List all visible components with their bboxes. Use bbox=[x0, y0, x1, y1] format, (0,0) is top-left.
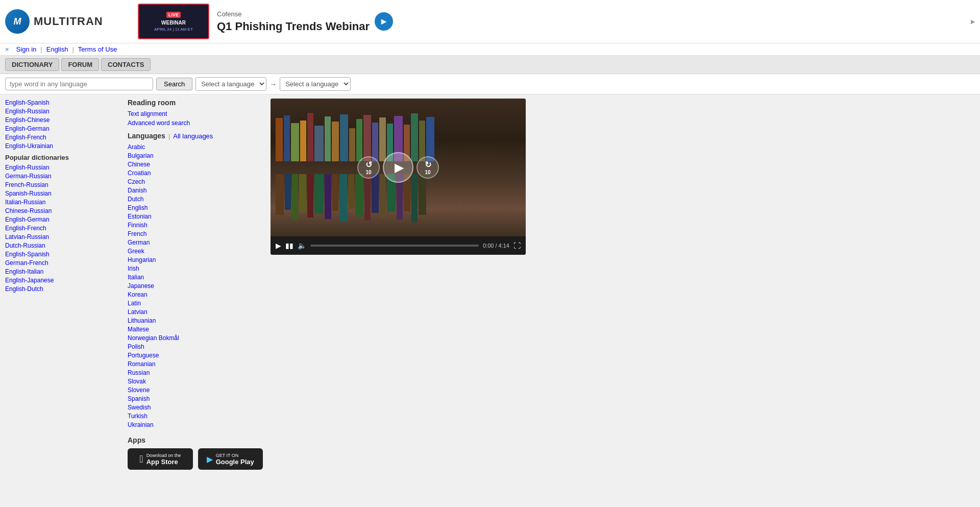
language-link[interactable]: Japanese bbox=[128, 282, 154, 289]
language-link[interactable]: Irish bbox=[128, 265, 139, 272]
language-link[interactable]: Korean bbox=[128, 291, 148, 298]
quick-link[interactable]: English-German bbox=[5, 125, 50, 132]
play-button[interactable] bbox=[383, 152, 413, 183]
popular-dict-link[interactable]: English-Spanish bbox=[5, 251, 50, 258]
popular-dict-link[interactable]: English-Japanese bbox=[5, 277, 54, 284]
popular-dict-link[interactable]: English-Russian bbox=[5, 164, 50, 171]
search-button[interactable]: Search bbox=[156, 78, 192, 90]
list-item: Korean bbox=[128, 291, 263, 298]
language-link[interactable]: Swedish bbox=[128, 404, 151, 411]
language-link[interactable]: Russian bbox=[128, 369, 150, 376]
list-item: Romanian bbox=[128, 360, 263, 368]
skip-forward-button[interactable]: ↻ 10 bbox=[416, 156, 439, 179]
language-link[interactable]: Ukrainian bbox=[128, 421, 154, 428]
close-icon[interactable]: × bbox=[5, 45, 9, 53]
english-link[interactable]: English bbox=[46, 45, 68, 53]
popular-dict-link[interactable]: English-French bbox=[5, 225, 46, 232]
language-link[interactable]: Dutch bbox=[128, 196, 143, 203]
language-link[interactable]: Arabic bbox=[128, 143, 145, 151]
language-link[interactable]: Czech bbox=[128, 178, 145, 185]
language-link[interactable]: Italian bbox=[128, 274, 144, 281]
language-link[interactable]: Estonian bbox=[128, 213, 152, 220]
language-link[interactable]: Slovene bbox=[128, 387, 150, 394]
time-display: 0:00 / 4:14 bbox=[483, 243, 509, 249]
popular-dict-link[interactable]: German-French bbox=[5, 259, 48, 267]
book-decoration bbox=[314, 126, 324, 161]
book-decoration bbox=[276, 174, 284, 215]
language-link[interactable]: Turkish bbox=[128, 413, 148, 420]
terms-link[interactable]: Terms of Use bbox=[78, 45, 117, 53]
list-item: Italian bbox=[128, 273, 263, 281]
progress-bar[interactable] bbox=[310, 245, 479, 247]
language-link[interactable]: Latvian bbox=[128, 308, 148, 316]
list-item: German-French bbox=[5, 259, 122, 267]
language-link[interactable]: Polish bbox=[128, 343, 144, 350]
language-link[interactable]: English bbox=[128, 204, 148, 211]
forum-button[interactable]: FORUM bbox=[61, 58, 99, 71]
list-item: French-Russian bbox=[5, 181, 122, 188]
language-link[interactable]: Romanian bbox=[128, 360, 156, 368]
list-item: Dutch bbox=[128, 195, 263, 203]
target-language-select[interactable]: Select a language bbox=[280, 77, 351, 91]
ad-title: Q1 Phishing Trends Webinar bbox=[217, 20, 370, 33]
language-link[interactable]: Lithuanian bbox=[128, 317, 156, 324]
language-link[interactable]: Slovak bbox=[128, 378, 146, 385]
popular-dicts-section: Popular dictionaries English-RussianGerm… bbox=[5, 154, 122, 293]
list-item: Greek bbox=[128, 247, 263, 255]
language-link[interactable]: French bbox=[128, 230, 146, 237]
book-decoration bbox=[339, 174, 347, 221]
list-item: Czech bbox=[128, 178, 263, 185]
contacts-button[interactable]: CONTACTS bbox=[101, 58, 151, 71]
quick-link[interactable]: English-Spanish bbox=[5, 99, 50, 106]
language-link[interactable]: German bbox=[128, 239, 150, 246]
ad-arrow-button[interactable]: ► bbox=[375, 12, 393, 31]
book-decoration bbox=[314, 174, 324, 214]
mute-button[interactable]: 🔈 bbox=[298, 242, 306, 250]
language-link[interactable]: Finnish bbox=[128, 222, 148, 229]
language-link[interactable]: Spanish bbox=[128, 395, 150, 402]
search-input[interactable] bbox=[5, 78, 153, 90]
book-decoration bbox=[300, 120, 306, 161]
reading-room-link[interactable]: Advanced word search bbox=[128, 119, 190, 127]
language-link[interactable]: Norwegian Bokmål bbox=[128, 334, 179, 342]
quick-link[interactable]: English-French bbox=[5, 134, 46, 141]
google-play-badge[interactable]: ▶ GET IT ON Google Play bbox=[198, 448, 263, 470]
popular-dict-link[interactable]: Dutch-Russian bbox=[5, 242, 45, 249]
language-link[interactable]: Portuguese bbox=[128, 352, 159, 359]
popular-dict-link[interactable]: Latvian-Russian bbox=[5, 233, 49, 240]
quick-link[interactable]: English-Ukrainian bbox=[5, 142, 53, 150]
language-link[interactable]: Bulgarian bbox=[128, 152, 154, 159]
source-language-select[interactable]: Select a language bbox=[195, 77, 266, 91]
language-link[interactable]: Croatian bbox=[128, 170, 151, 177]
list-item: English-German bbox=[5, 125, 122, 132]
skip-back-button[interactable]: ↺ 10 bbox=[357, 156, 380, 179]
popular-dict-link[interactable]: English-Dutch bbox=[5, 285, 43, 293]
popular-dict-link[interactable]: English-German bbox=[5, 216, 50, 223]
language-link[interactable]: Greek bbox=[128, 248, 144, 255]
reading-room-link[interactable]: Text alignment bbox=[128, 110, 167, 117]
popular-dict-link[interactable]: English-Italian bbox=[5, 268, 43, 275]
sign-in-link[interactable]: Sign in bbox=[16, 45, 37, 53]
quick-link[interactable]: English-Russian bbox=[5, 108, 50, 115]
book-decoration bbox=[292, 174, 298, 220]
language-link[interactable]: Maltese bbox=[128, 326, 149, 333]
language-link[interactable]: Latin bbox=[128, 300, 141, 307]
popular-dict-link[interactable]: French-Russian bbox=[5, 181, 48, 188]
popular-dict-link[interactable]: Chinese-Russian bbox=[5, 207, 52, 214]
popular-dict-link[interactable]: Spanish-Russian bbox=[5, 190, 52, 197]
play-pause-button[interactable]: ▶ bbox=[276, 242, 281, 250]
skip-forward-label: 10 bbox=[425, 170, 430, 175]
stop-button[interactable]: ▮▮ bbox=[285, 242, 293, 250]
logo-area: M MULTITRAN bbox=[5, 9, 128, 34]
all-languages-link[interactable]: All languages bbox=[173, 132, 213, 140]
app-store-badge[interactable]:  Download on the App Store bbox=[128, 448, 193, 470]
quick-link[interactable]: English-Chinese bbox=[5, 116, 50, 124]
language-link[interactable]: Hungarian bbox=[128, 256, 156, 263]
book-decoration bbox=[364, 174, 371, 221]
dictionary-button[interactable]: DICTIONARY bbox=[5, 58, 59, 71]
popular-dict-link[interactable]: German-Russian bbox=[5, 173, 52, 180]
fullscreen-button[interactable]: ⛶ bbox=[513, 242, 521, 250]
language-link[interactable]: Danish bbox=[128, 187, 146, 194]
popular-dict-link[interactable]: Italian-Russian bbox=[5, 199, 45, 206]
language-link[interactable]: Chinese bbox=[128, 161, 150, 168]
